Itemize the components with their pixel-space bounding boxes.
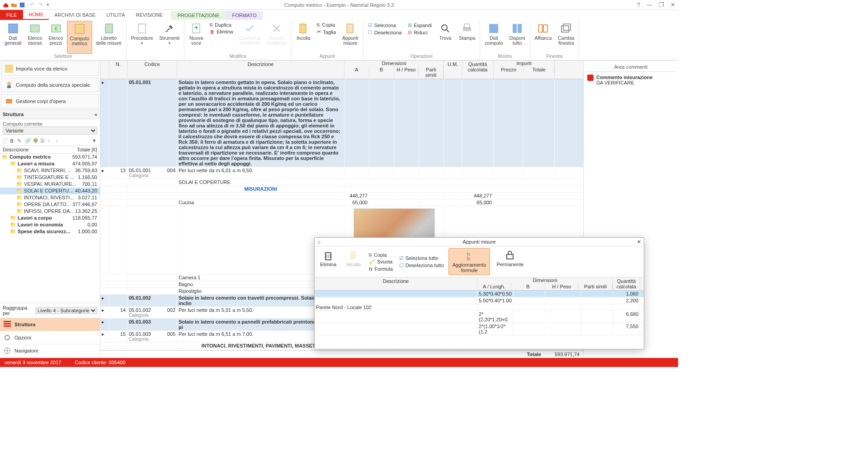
btn-computo-sicurezza[interactable]: Computo della sicurezza speciale xyxy=(1,78,99,92)
tool-filter-icon[interactable]: ▼ xyxy=(92,138,98,144)
float-close-icon[interactable]: ✕ xyxy=(637,239,641,245)
fp-elimina[interactable]: Elimina xyxy=(316,248,340,275)
btn-riduci[interactable]: ⊟Riduci xyxy=(406,29,434,36)
tree-row[interactable]: 📁 SCAVI, RINTERRI, ...38.759,83 xyxy=(0,167,100,174)
fp-row[interactable]: 5.50*0.40*1.002,200 xyxy=(315,297,644,304)
btn-elenco-risorse[interactable]: Elenco risorse xyxy=(25,21,45,54)
qa-menu-icon[interactable]: ▾ xyxy=(47,2,49,8)
btn-libretto[interactable]: Libretto delle misure xyxy=(93,21,124,54)
maximize-icon[interactable]: ❐ xyxy=(659,1,664,8)
tree-row[interactable]: 📁 Lavori a misura474.905,97 xyxy=(0,160,100,167)
tree-row[interactable]: 📁 INFISSI, OPERE DA ...13.362,25 xyxy=(0,208,100,215)
fp-row[interactable]: 2*(2.20*1.20+0.6,680 xyxy=(315,311,644,323)
grid-row[interactable]: SOLAI E COPERTURE xyxy=(100,179,583,186)
tree-row[interactable]: 📁 INTONACI, RIVESTI...3.027,11 xyxy=(0,194,100,201)
grid-row[interactable]: MISURAZIONI xyxy=(100,186,583,193)
fp-aggiornamento-formule[interactable]: fxfxAggiornamento formule xyxy=(448,248,491,275)
btn-nuova-voce[interactable]: Nuova voce xyxy=(186,21,206,54)
livello-select[interactable]: Livello 4 - Subcategorie xyxy=(35,307,97,314)
btn-seleziona[interactable]: ☑Seleziona xyxy=(366,22,404,28)
btn-trova[interactable]: Trova xyxy=(435,21,455,54)
nav-struttura[interactable]: Struttura xyxy=(0,318,100,331)
btn-importa-voce[interactable]: Importa voce da elenco xyxy=(1,61,99,76)
comment-item[interactable]: Commento misurazioneDA VERIFICARE xyxy=(585,72,676,88)
fp-col-qc[interactable]: Quantità calcolata xyxy=(613,277,640,290)
minimize-icon[interactable]: — xyxy=(646,1,652,8)
tree-row[interactable]: 📁 VESPAI, MURATURE...700,11 xyxy=(0,181,100,188)
undo-icon[interactable]: ↶ xyxy=(30,2,37,8)
folder-icon[interactable] xyxy=(11,2,17,8)
fp-row[interactable]: 2*(1.00*1/2*(1.27,550 xyxy=(315,323,644,335)
btn-dati-computo[interactable]: Dati computo xyxy=(482,21,505,54)
fp-formula[interactable]: fxFormula xyxy=(367,266,395,272)
btn-elenco-prezzi[interactable]: €Elenco prezzi xyxy=(46,21,66,54)
fp-permanente[interactable]: Permanente xyxy=(493,248,527,275)
btn-deseleziona[interactable]: ☐Deseleziona xyxy=(366,29,404,36)
grid-row[interactable]: Cucina65,00065,000 xyxy=(100,199,583,206)
variante-select[interactable]: Variante xyxy=(3,127,97,135)
fp-row[interactable]: Parete Nord - Locale 102 xyxy=(315,304,644,311)
btn-affianca[interactable]: Affianca xyxy=(532,21,555,54)
fp-deseleziona-tutto[interactable]: ☐Deseleziona tutto xyxy=(397,262,446,269)
save-icon[interactable] xyxy=(19,2,25,8)
tab-progettazione[interactable]: PROGETTAZIONE xyxy=(171,11,226,20)
tree-row[interactable]: 📁 Computo metrico593.971,74 xyxy=(0,154,100,160)
btn-cambia-finestra[interactable]: Cambia finestra xyxy=(555,21,577,54)
tab-formato[interactable]: FORMATO xyxy=(226,11,263,20)
tool-down-icon[interactable]: ↓ xyxy=(56,138,62,144)
tree-row[interactable]: 📁 OPERE DA LATTONI...377.446,97 xyxy=(0,201,100,208)
btn-dati-generali[interactable]: Dati generali xyxy=(2,21,24,54)
fp-grid-body[interactable]: 5.30*0.40*0.501,0605.50*0.40*1.002,200Pa… xyxy=(315,291,644,349)
btn-copia[interactable]: ⎘Copia xyxy=(315,22,338,28)
fp-copia[interactable]: ⎘Copia xyxy=(367,252,395,258)
col-codice[interactable]: Codice xyxy=(127,61,177,79)
fp-row[interactable]: 5.30*0.40*0.501,060 xyxy=(315,291,644,297)
fp-col-desc[interactable]: Descrizione xyxy=(315,277,477,290)
home-icon[interactable] xyxy=(3,2,9,8)
tool-link-icon[interactable]: 🔗 xyxy=(25,138,31,144)
grid-row[interactable]: ▸1305.01.001004CategoriaPer luci nette d… xyxy=(100,167,583,179)
btn-disponi-tutto[interactable]: Disponi tutto xyxy=(507,21,528,54)
grid-row[interactable]: 448,277448,277 xyxy=(100,193,583,199)
tool-list-icon[interactable]: ☰ xyxy=(40,138,47,144)
col-um[interactable]: U.M. xyxy=(444,61,462,79)
collapse-icon[interactable]: « xyxy=(94,112,97,117)
btn-appunti-misure[interactable]: Appunti misure xyxy=(340,21,361,54)
fp-seleziona-tutto[interactable]: ☑Seleziona tutto xyxy=(397,255,446,262)
btn-espandi[interactable]: ⊞Espandi xyxy=(406,22,434,28)
tool-new-icon[interactable]: 📄 xyxy=(2,138,8,144)
tree-row[interactable]: 📁 Lavori in economia0,00 xyxy=(0,221,100,228)
tool-tree-icon[interactable]: 🌳 xyxy=(33,138,39,144)
tree-row[interactable]: 📁 TINTEGGIATURE E ...1.166,50 xyxy=(0,174,100,181)
tab-archivi[interactable]: ARCHIVI DI BASE xyxy=(49,10,101,20)
tool-up-icon[interactable]: ↑ xyxy=(48,138,54,144)
col-qc[interactable]: Quantità calcolata xyxy=(462,61,494,79)
tab-home[interactable]: HOME xyxy=(23,10,49,20)
tool-edit-icon[interactable]: ✎ xyxy=(17,138,24,144)
btn-incolla[interactable]: Incolla xyxy=(293,21,313,54)
btn-elimina[interactable]: 🗑Elimina xyxy=(208,28,235,35)
tree-row[interactable]: 📁 SOLAI E COPERTURE40.443,20 xyxy=(0,188,100,194)
tool-del-icon[interactable]: 🗑 xyxy=(9,138,16,144)
help-icon[interactable]: ? xyxy=(637,1,640,8)
nav-opzioni[interactable]: Opzioni xyxy=(0,331,100,344)
btn-stampa[interactable]: Stampa xyxy=(456,21,478,54)
nav-navigatore[interactable]: Navigatore xyxy=(0,344,100,357)
tab-file[interactable]: FILE xyxy=(0,10,23,20)
btn-gestione-corpi[interactable]: Gestione corpi d'opera xyxy=(1,94,99,108)
tab-revisione[interactable]: REVISIONE xyxy=(130,10,168,20)
btn-annulla: Annulla modifiche xyxy=(264,21,289,54)
grid-row[interactable]: ▸05.01.001Solaio in latero cemento getta… xyxy=(100,79,583,167)
tree-row[interactable]: 📁 Lavori a corpo118.065,77 xyxy=(0,215,100,221)
btn-computo-metrico[interactable]: Computo metrico xyxy=(67,21,93,54)
structure-tree[interactable]: 📁 Computo metrico593.971,74📁 Lavori a mi… xyxy=(0,154,100,303)
tab-utilita[interactable]: UTILITÀ xyxy=(101,10,130,20)
tree-row[interactable]: 📁 Spese della sicurezz...1.000,00 xyxy=(0,228,100,235)
close-icon[interactable]: ✕ xyxy=(670,1,675,8)
fp-svuota[interactable]: 🧹Svuota xyxy=(367,258,395,265)
btn-procedure[interactable]: Procedure▾ xyxy=(128,21,156,59)
col-n[interactable]: N. xyxy=(109,61,127,79)
redo-icon[interactable]: ↷ xyxy=(38,2,45,8)
col-desc[interactable]: Descrizione xyxy=(177,61,344,79)
btn-strumenti[interactable]: Strumenti▾ xyxy=(156,21,182,59)
